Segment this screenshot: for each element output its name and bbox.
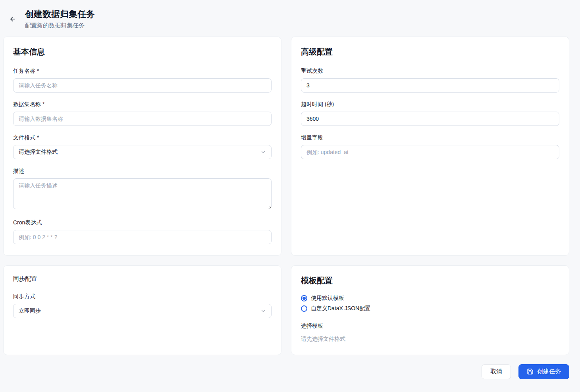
- page-subtitle: 配置新的数据归集任务: [25, 22, 95, 29]
- floppy-disk-icon: [527, 368, 534, 375]
- footer-actions: 取消 创建任务: [3, 364, 569, 379]
- radio-default-template-label: 使用默认模板: [311, 295, 344, 302]
- task-name-label: 任务名称 *: [13, 68, 272, 75]
- description-label: 描述: [13, 168, 272, 175]
- page-header: 创建数据归集任务 配置新的数据归集任务: [3, 0, 569, 37]
- file-format-select[interactable]: 请选择文件格式: [13, 145, 272, 159]
- advanced-config-title: 高级配置: [301, 46, 559, 57]
- advanced-config-card: 高级配置 重试次数 超时时间 (秒) 增量字段: [291, 37, 569, 256]
- sync-method-label: 同步方式: [13, 293, 272, 300]
- chevron-down-icon: [260, 149, 266, 155]
- cancel-button[interactable]: 取消: [482, 364, 511, 379]
- form-grid: 基本信息 任务名称 * 数据集名称 * 文件格式 * 请选择文件格式: [3, 37, 569, 355]
- create-task-button-label: 创建任务: [537, 368, 561, 375]
- basic-info-card: 基本信息 任务名称 * 数据集名称 * 文件格式 * 请选择文件格式: [3, 37, 281, 256]
- sync-method-selected-value: 立即同步: [19, 307, 41, 315]
- create-task-page: 创建数据归集任务 配置新的数据归集任务 基本信息 任务名称 * 数据集名称 * …: [0, 0, 580, 392]
- timeout-label: 超时时间 (秒): [301, 101, 559, 108]
- template-config-title: 模板配置: [301, 275, 559, 286]
- retry-count-field-group: 重试次数: [301, 68, 559, 93]
- timeout-field-group: 超时时间 (秒): [301, 101, 559, 126]
- radio-custom-datax-json[interactable]: 自定义DataX JSON配置: [301, 303, 559, 314]
- cron-input[interactable]: [13, 230, 272, 244]
- task-name-input[interactable]: [13, 78, 272, 93]
- file-format-label: 文件格式 *: [13, 134, 272, 141]
- dataset-name-field-group: 数据集名称 *: [13, 101, 272, 126]
- incremental-field-input[interactable]: [301, 145, 559, 159]
- incremental-field-label: 增量字段: [301, 134, 559, 141]
- template-radio-group: 使用默认模板 自定义DataX JSON配置: [301, 293, 559, 314]
- incremental-field-group: 增量字段: [301, 134, 559, 159]
- radio-custom-datax-json-label: 自定义DataX JSON配置: [311, 305, 370, 312]
- sync-config-card: 同步配置 同步方式 立即同步: [3, 265, 281, 355]
- sync-method-field-group: 同步方式 立即同步: [13, 293, 272, 318]
- template-config-card: 模板配置 使用默认模板 自定义DataX JSON配置 选择模板 请先选择文件格…: [291, 265, 569, 355]
- task-name-field-group: 任务名称 *: [13, 68, 272, 93]
- sync-method-select[interactable]: 立即同步: [13, 304, 272, 318]
- description-textarea[interactable]: [13, 178, 272, 209]
- header-text: 创建数据归集任务 配置新的数据归集任务: [25, 9, 95, 29]
- chevron-down-icon: [260, 308, 266, 314]
- back-button[interactable]: [6, 13, 18, 25]
- radio-circle-icon: [301, 295, 307, 301]
- dataset-name-input[interactable]: [13, 112, 272, 126]
- page-title: 创建数据归集任务: [25, 9, 95, 20]
- radio-circle-icon: [301, 305, 307, 312]
- cron-field-group: Cron表达式: [13, 219, 272, 244]
- sync-config-title: 同步配置: [13, 275, 272, 283]
- file-format-field-group: 文件格式 * 请选择文件格式: [13, 134, 272, 159]
- cron-label: Cron表达式: [13, 219, 272, 226]
- create-task-button[interactable]: 创建任务: [518, 364, 569, 379]
- timeout-input[interactable]: [301, 112, 559, 126]
- file-format-selected-value: 请选择文件格式: [19, 149, 58, 156]
- arrow-left-icon: [8, 15, 16, 23]
- retry-count-input[interactable]: [301, 78, 559, 93]
- radio-default-template[interactable]: 使用默认模板: [301, 293, 559, 303]
- description-field-group: 描述: [13, 168, 272, 211]
- basic-info-title: 基本信息: [13, 46, 272, 57]
- dataset-name-label: 数据集名称 *: [13, 101, 272, 108]
- select-template-label: 选择模板: [301, 322, 559, 330]
- select-template-hint: 请先选择文件格式: [301, 336, 559, 343]
- retry-count-label: 重试次数: [301, 68, 559, 75]
